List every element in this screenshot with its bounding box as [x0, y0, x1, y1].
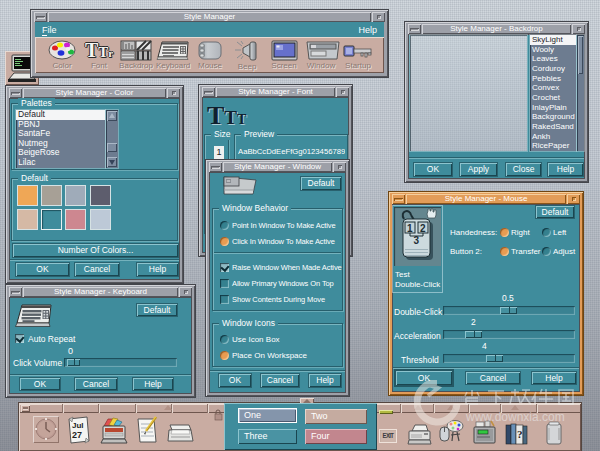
svg-text:3: 3 — [414, 235, 420, 246]
svg-text:Jul: Jul — [72, 421, 84, 430]
svg-text:1: 1 — [407, 223, 413, 234]
svg-text:27: 27 — [72, 430, 82, 440]
svg-text:?: ? — [517, 428, 523, 440]
svg-text:2: 2 — [420, 223, 426, 234]
